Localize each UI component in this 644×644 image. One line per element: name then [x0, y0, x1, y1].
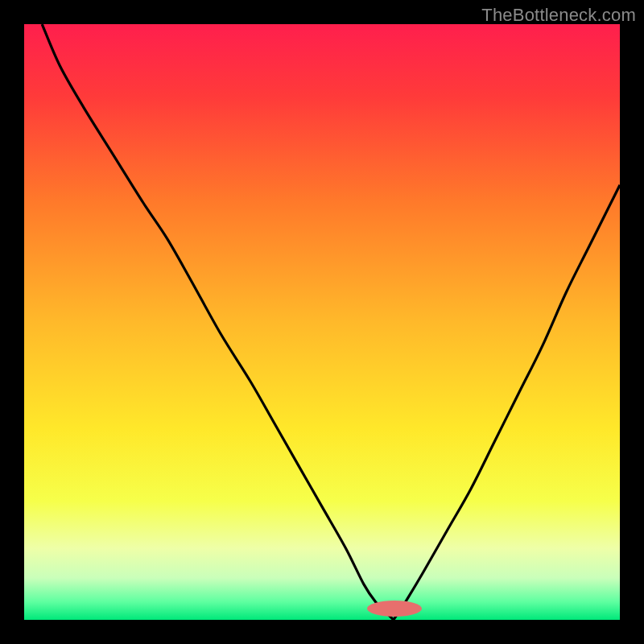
gradient-background	[24, 24, 620, 620]
bottleneck-chart	[0, 0, 644, 644]
optimum-marker	[367, 601, 422, 617]
watermark-text: TheBottleneck.com	[481, 5, 636, 26]
chart-container: { "watermark": "TheBottleneck.com", "col…	[0, 0, 644, 644]
